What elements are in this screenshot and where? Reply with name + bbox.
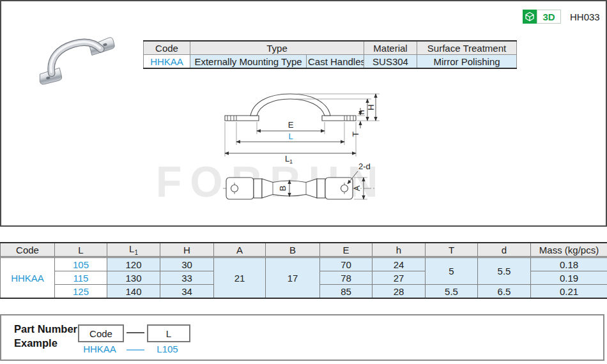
info-header-material: Material	[364, 41, 417, 55]
product-photo	[31, 35, 125, 85]
dim-label-B: B	[278, 186, 288, 192]
spec-L1: 140	[107, 285, 160, 299]
spec-A: 21	[214, 257, 266, 299]
spec-header-B: B	[266, 243, 320, 257]
spec-header-mass: Mass (kg/pcs)	[531, 243, 607, 257]
spec-header-T: T	[426, 243, 478, 257]
spec-header-E: E	[320, 243, 373, 257]
pn-title-line2: Example	[14, 336, 77, 350]
dim-label-h: h	[357, 110, 366, 114]
info-surface: Mirror Polishing	[417, 55, 517, 69]
spec-header-row: Code L L1 H A B E h T d Mass (kg/pcs)	[1, 243, 607, 257]
badge-3d-label[interactable]: 3D	[537, 10, 561, 24]
info-type-category: Cast Handles	[307, 55, 364, 69]
pn-example-code: HHKAA	[78, 344, 121, 354]
spec-header-h: h	[373, 243, 426, 257]
spec-header-d: d	[478, 243, 531, 257]
pn-title-line1: Part Number	[14, 322, 77, 336]
spec-mass: 0.19	[531, 271, 607, 285]
top-view-drawing: B A 2-d	[222, 161, 391, 215]
pn-l-box: L	[147, 324, 190, 342]
dim-label-L: L	[288, 132, 293, 141]
side-view-drawing: E L L1 h H T	[219, 89, 385, 165]
product-panel: 3D HH033	[0, 0, 607, 227]
catalog-page: 3D HH033	[0, 0, 607, 364]
spec-mass: 0.21	[531, 285, 607, 299]
dash-separator-blue	[127, 349, 144, 351]
product-code: HH033	[570, 11, 600, 22]
dim-label-H: H	[366, 104, 376, 110]
badge-area: 3D HH033	[523, 10, 600, 24]
info-material: SUS304	[364, 55, 417, 69]
spec-h: 27	[373, 271, 426, 285]
spec-header-L: L	[55, 243, 107, 257]
spec-d-12: 5.5	[478, 257, 531, 285]
spec-E: 70	[320, 257, 373, 271]
spec-header-code: Code	[1, 243, 55, 257]
spec-E: 85	[320, 285, 373, 299]
pn-example-value: L105	[147, 344, 188, 354]
spec-H: 30	[160, 257, 214, 271]
spec-T-12: 5	[426, 257, 478, 285]
spec-h: 28	[373, 285, 426, 299]
dim-label-E: E	[288, 120, 294, 130]
dim-label-2d: 2-d	[358, 162, 371, 171]
pn-code-box: Code	[78, 324, 124, 342]
info-type-mounting: Externally Mounting Type	[190, 55, 307, 69]
spec-header-L1: L1	[107, 243, 160, 257]
spec-L-125: 125	[55, 285, 107, 299]
part-number-example-box: Part Number Example Code L HHKAA L105	[0, 314, 604, 361]
spec-L-115: 115	[55, 271, 107, 285]
spec-h: 24	[373, 257, 426, 271]
spec-d-3: 6.5	[478, 285, 531, 299]
spec-T-3: 5.5	[426, 285, 478, 299]
cube-3d-icon[interactable]	[523, 10, 537, 24]
spec-B: 17	[266, 257, 320, 299]
spec-code: HHKAA	[1, 257, 55, 299]
spec-header-H: H	[160, 243, 214, 257]
spec-E: 78	[320, 271, 373, 285]
dim-label-T: T	[351, 132, 360, 137]
dim-label-A: A	[352, 185, 362, 191]
product-info-table: Code Type Material Surface Treatment HHK…	[143, 40, 517, 69]
spec-L1: 120	[107, 257, 160, 271]
part-number-example-title: Part Number Example	[14, 322, 77, 350]
info-code: HHKAA	[144, 55, 190, 69]
spec-L1: 130	[107, 271, 160, 285]
spec-L-105: 105	[55, 257, 107, 271]
spec-header-A: A	[214, 243, 266, 257]
spec-table: Code L L1 H A B E h T d Mass (kg/pcs) HH…	[0, 242, 607, 299]
spec-mass: 0.18	[531, 257, 607, 271]
info-header-code: Code	[144, 41, 190, 55]
info-header-surface: Surface Treatment	[417, 41, 517, 55]
dash-separator	[127, 332, 144, 333]
spec-H: 33	[160, 271, 214, 285]
info-header-type: Type	[190, 41, 364, 55]
info-row: HHKAA Externally Mounting Type Cast Hand…	[144, 55, 517, 69]
spec-row-1: HHKAA 105 120 30 21 17 70 24 5 5.5 0.18	[1, 257, 607, 271]
spec-H: 34	[160, 285, 214, 299]
